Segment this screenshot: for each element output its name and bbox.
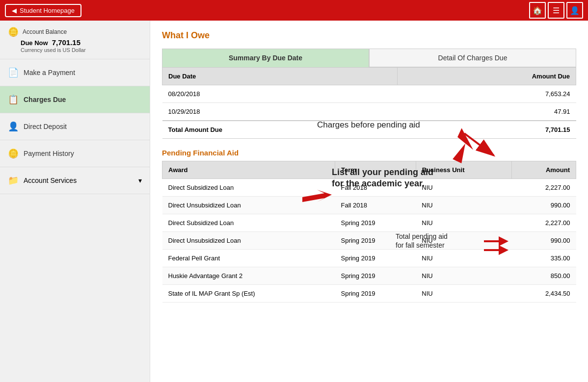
charge-date: 08/20/2018 bbox=[162, 85, 398, 103]
charge-amount: 47.91 bbox=[397, 103, 576, 121]
aid-col-award: Award bbox=[162, 161, 335, 179]
aid-amount: 990.00 bbox=[512, 232, 576, 250]
sidebar-item-account-services[interactable]: 📁 Account Services ▾ bbox=[0, 167, 150, 194]
profile-button[interactable]: 👤 bbox=[566, 2, 583, 19]
top-bar: ◀ Student Homepage 🏠 ☰ 👤 bbox=[0, 0, 588, 21]
charges-table-row: 08/20/2018 7,653.24 bbox=[162, 85, 576, 103]
total-label: Total Amount Due bbox=[162, 121, 398, 139]
aid-unit: NIU bbox=[416, 267, 512, 285]
back-arrow-icon: ◀ bbox=[12, 7, 17, 14]
aid-term: Spring 2019 bbox=[335, 214, 416, 232]
make-payment-icon: 📄 bbox=[8, 67, 19, 78]
sidebar-item-direct-deposit[interactable]: 👤 Direct Deposit bbox=[0, 113, 150, 140]
main-content: What I Owe Summary By Due Date Detail Of… bbox=[150, 21, 588, 382]
sidebar-item-label: Direct Deposit bbox=[24, 123, 67, 130]
aid-table-row: State of IL MAP Grant Sp (Est) Spring 20… bbox=[162, 285, 576, 303]
back-label: Student Homepage bbox=[20, 7, 75, 14]
aid-table-row: Direct Subsidized Loan Spring 2019 NIU 2… bbox=[162, 214, 576, 232]
pending-aid-title: Pending Financial Aid bbox=[162, 149, 576, 157]
aid-amount: 2,227.00 bbox=[512, 214, 576, 232]
account-balance-text: Account Balance bbox=[23, 28, 67, 35]
aid-award: Direct Subsidized Loan bbox=[162, 214, 335, 232]
charge-amount: 7,653.24 bbox=[397, 85, 576, 103]
home-button[interactable]: 🏠 bbox=[529, 2, 546, 19]
sidebar-item-label: Charges Due bbox=[24, 96, 66, 103]
page-title: What I Owe bbox=[162, 30, 576, 41]
aid-award: Direct Unsubsidized Loan bbox=[162, 232, 335, 250]
aid-col-term: Term bbox=[335, 161, 416, 179]
due-now-row: Due Now 7,701.15 bbox=[8, 38, 142, 47]
top-bar-left: ◀ Student Homepage bbox=[5, 4, 81, 17]
aid-amount: 850.00 bbox=[512, 267, 576, 285]
currency-note: Currency used is US Dollar bbox=[8, 47, 142, 53]
aid-table-row: Direct Unsubsidized Loan Fall 2018 NIU 9… bbox=[162, 197, 576, 214]
direct-deposit-icon: 👤 bbox=[8, 121, 19, 132]
menu-button[interactable]: ☰ bbox=[548, 2, 564, 19]
aid-award: Direct Subsidized Loan bbox=[162, 179, 335, 197]
aid-term: Fall 2018 bbox=[335, 179, 416, 197]
aid-award: Federal Pell Grant bbox=[162, 250, 335, 267]
sidebar-item-label: Make a Payment bbox=[24, 69, 75, 76]
tab-detail[interactable]: Detail Of Charges Due bbox=[369, 49, 576, 67]
account-services-left: 📁 Account Services bbox=[8, 175, 77, 186]
aid-term: Spring 2019 bbox=[335, 250, 416, 267]
aid-term: Spring 2019 bbox=[335, 285, 416, 303]
tab-summary[interactable]: Summary By Due Date bbox=[162, 49, 369, 67]
aid-table-row: Direct Unsubsidized Loan Spring 2019 NIU… bbox=[162, 232, 576, 250]
aid-unit: NIU bbox=[416, 285, 512, 303]
total-amount: 7,701.15 bbox=[397, 121, 576, 139]
aid-table-row: Direct Subsidized Loan Fall 2018 NIU 2,2… bbox=[162, 179, 576, 197]
aid-term: Spring 2019 bbox=[335, 232, 416, 250]
aid-table-row: Huskie Advantage Grant 2 Spring 2019 NIU… bbox=[162, 267, 576, 285]
chevron-down-icon: ▾ bbox=[138, 177, 142, 184]
aid-amount: 2,434.50 bbox=[512, 285, 576, 303]
aid-unit: NIU bbox=[416, 197, 512, 214]
payment-history-icon: 🪙 bbox=[8, 148, 19, 159]
aid-col-amount: Amount bbox=[512, 161, 576, 179]
charges-table-row: 10/29/2018 47.91 bbox=[162, 103, 576, 121]
due-now-amount: 7,701.15 bbox=[52, 38, 80, 47]
tab-row: Summary By Due Date Detail Of Charges Du… bbox=[162, 49, 576, 67]
aid-term: Spring 2019 bbox=[335, 267, 416, 285]
account-balance-section: 🪙 Account Balance Due Now 7,701.15 Curre… bbox=[0, 21, 150, 59]
home-icon: 🏠 bbox=[533, 6, 542, 15]
aid-award: Huskie Advantage Grant 2 bbox=[162, 267, 335, 285]
sidebar-item-payment-history[interactable]: 🪙 Payment History bbox=[0, 140, 150, 167]
aid-amount: 990.00 bbox=[512, 197, 576, 214]
account-services-icon: 📁 bbox=[8, 175, 19, 186]
profile-icon: 👤 bbox=[570, 6, 580, 15]
charge-date: 10/29/2018 bbox=[162, 103, 398, 121]
aid-amount: 2,227.00 bbox=[512, 179, 576, 197]
charges-table: Due Date Amount Due 08/20/2018 7,653.241… bbox=[162, 67, 576, 139]
aid-col-unit: Business Unit bbox=[416, 161, 512, 179]
aid-unit: NIU bbox=[416, 232, 512, 250]
charges-col-date: Due Date bbox=[162, 68, 398, 85]
top-bar-right: 🏠 ☰ 👤 bbox=[529, 2, 583, 19]
main-layout: 🪙 Account Balance Due Now 7,701.15 Curre… bbox=[0, 21, 588, 382]
charges-due-icon: 📋 bbox=[8, 94, 19, 105]
sidebar-item-label: Account Services bbox=[24, 177, 77, 184]
account-balance-label: 🪙 Account Balance bbox=[8, 26, 142, 37]
aid-table-row: Federal Pell Grant Spring 2019 NIU 335.0… bbox=[162, 250, 576, 267]
back-button[interactable]: ◀ Student Homepage bbox=[5, 4, 81, 17]
aid-table: Award Term Business Unit Amount Direct S… bbox=[162, 161, 576, 303]
aid-award: Direct Unsubsidized Loan bbox=[162, 197, 335, 214]
due-now-label: Due Now bbox=[21, 39, 48, 47]
aid-award: State of IL MAP Grant Sp (Est) bbox=[162, 285, 335, 303]
sidebar: 🪙 Account Balance Due Now 7,701.15 Curre… bbox=[0, 21, 150, 382]
aid-amount: 335.00 bbox=[512, 250, 576, 267]
wallet-icon: 🪙 bbox=[8, 26, 19, 37]
sidebar-item-make-payment[interactable]: 📄 Make a Payment bbox=[0, 59, 150, 86]
aid-term: Fall 2018 bbox=[335, 197, 416, 214]
aid-unit: NIU bbox=[416, 214, 512, 232]
charges-col-amount: Amount Due bbox=[397, 68, 576, 85]
menu-icon: ☰ bbox=[553, 6, 560, 15]
aid-unit: NIU bbox=[416, 250, 512, 267]
aid-unit: NIU bbox=[416, 179, 512, 197]
sidebar-item-charges-due[interactable]: 📋 Charges Due bbox=[0, 86, 150, 113]
sidebar-item-label: Payment History bbox=[24, 150, 74, 157]
